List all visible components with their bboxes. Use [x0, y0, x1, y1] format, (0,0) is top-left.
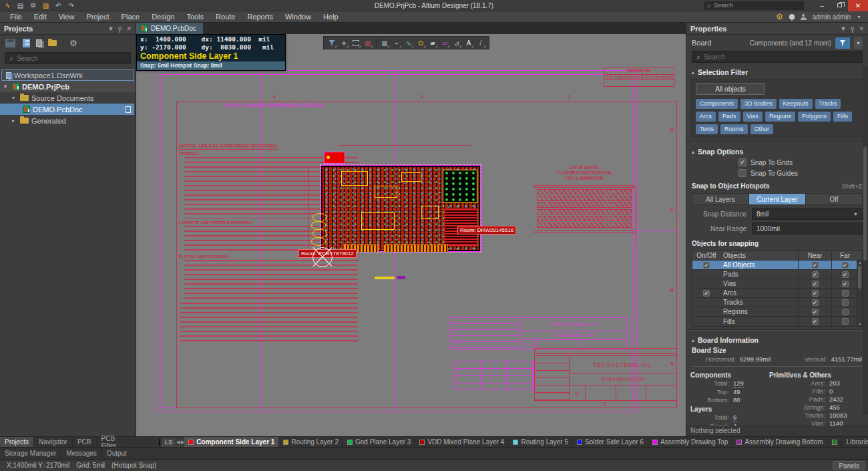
- open-document-icon[interactable]: [23, 39, 30, 47]
- panel-close-icon[interactable]: ✕: [859, 25, 864, 32]
- object-filter-button[interactable]: [835, 37, 850, 49]
- filter-icon[interactable]: [327, 37, 337, 48]
- snap-to-guides-checkbox[interactable]: [738, 169, 746, 177]
- panel-close-icon[interactable]: ✕: [126, 25, 132, 32]
- minimize-button[interactable]: –: [813, 0, 831, 11]
- chip-fills[interactable]: Fills: [833, 112, 852, 122]
- near-range-input[interactable]: [752, 222, 863, 234]
- menu-file[interactable]: File: [4, 13, 28, 21]
- bottom-tab-projects[interactable]: Projects: [0, 437, 34, 448]
- layer-tab-component-side[interactable]: Component Side Layer 1: [184, 437, 279, 448]
- notifications-bell-icon[interactable]: [789, 14, 795, 19]
- table-row-regions[interactable]: Regions ✔: [692, 307, 862, 317]
- bottom-tab-pcb-filter[interactable]: PCB Filter: [97, 437, 122, 448]
- section-board-information[interactable]: ▴Board Information: [686, 333, 868, 345]
- scroll-up-icon[interactable]: ▲: [857, 261, 863, 265]
- save-project-icon[interactable]: [5, 39, 15, 47]
- save-icon[interactable]: ▤: [16, 2, 25, 9]
- user-menu-caret[interactable]: ▼: [857, 15, 861, 19]
- layer-tab-gnd-plane-3[interactable]: Gnd Plane Layer 3: [343, 437, 415, 448]
- route-icon[interactable]: ⌁: [391, 37, 402, 48]
- table-row-tracks[interactable]: Tracks ✔: [692, 298, 862, 307]
- global-search[interactable]: ⌕ Search: [704, 1, 804, 10]
- chip-pads[interactable]: Pads: [718, 112, 740, 122]
- quick-launch-icon[interactable]: ϟ: [3, 2, 12, 9]
- table-row-pads[interactable]: Pads ✔ ✔: [692, 270, 862, 279]
- layer-set-button[interactable]: LS: [162, 438, 176, 447]
- bottom-tab-messages[interactable]: Messages: [61, 448, 102, 459]
- place-component-icon[interactable]: ▦: [379, 37, 390, 48]
- panels-button[interactable]: Panels: [833, 461, 865, 470]
- menu-route[interactable]: Route: [210, 13, 241, 21]
- tree-item-generated[interactable]: ▸ Generated: [0, 115, 136, 126]
- snap-distance-dropdown[interactable]: 8mil ▼: [752, 208, 863, 220]
- chip-other[interactable]: Other: [750, 124, 774, 134]
- table-row-all-objects[interactable]: ✔ All Objects ✔ ✔: [692, 261, 862, 270]
- close-button[interactable]: ✕: [848, 0, 868, 11]
- room-label-drw[interactable]: Room: DRW28145516: [457, 226, 516, 234]
- user-menu[interactable]: admin admin: [813, 13, 851, 21]
- expand-icon[interactable]: ▸: [12, 118, 17, 124]
- chip-3d-bodies[interactable]: 3D Bodies: [740, 99, 777, 109]
- menu-edit[interactable]: Edit: [28, 13, 53, 21]
- chip-regions[interactable]: Regions: [765, 112, 795, 122]
- menu-design[interactable]: Design: [146, 13, 180, 21]
- chip-tracks[interactable]: Tracks: [815, 99, 841, 109]
- layer-tab-vdd-plane-4[interactable]: VDD Mixed Plane Layer 4: [415, 437, 509, 448]
- snap-crosshair-icon[interactable]: +: [339, 37, 349, 48]
- region-icon[interactable]: ▱: [439, 37, 450, 48]
- chip-texts[interactable]: Texts: [696, 124, 718, 134]
- panel-menu-icon[interactable]: ▼: [841, 25, 847, 32]
- table-scrollbar[interactable]: ▲ ▼: [857, 261, 862, 326]
- all-objects-button[interactable]: All objects: [696, 83, 765, 95]
- collapse-icon[interactable]: ▾: [12, 95, 17, 101]
- document-tab-pcbdoc[interactable]: DEMO.PcbDoc: [136, 23, 203, 34]
- components-total-link[interactable]: 129: [733, 379, 744, 388]
- dimension-icon[interactable]: ⊿: [451, 37, 462, 48]
- filter-dropdown-button[interactable]: ▼: [854, 37, 863, 49]
- layer-tab-partial[interactable]: [828, 437, 842, 448]
- panel-menu-icon[interactable]: ▼: [108, 25, 114, 32]
- via-icon[interactable]: ⊙: [415, 37, 426, 48]
- layer-tab-routing-2[interactable]: Routing Layer 2: [279, 437, 343, 448]
- tree-item-pcbdoc[interactable]: DEMO.PcbDoc: [0, 104, 134, 115]
- bottom-tab-storage-manager[interactable]: Storage Manager: [0, 448, 61, 459]
- tree-item-project[interactable]: ▾ DEMO.PrjPcb: [0, 81, 136, 92]
- pin-icon[interactable]: [851, 27, 854, 30]
- menu-reports[interactable]: Reports: [241, 13, 279, 21]
- bottom-tab-output[interactable]: Output: [102, 448, 132, 459]
- compare-documents-icon[interactable]: [36, 39, 42, 47]
- menu-help[interactable]: Help: [317, 13, 345, 21]
- table-row-vias[interactable]: Vias ✔ ✔: [692, 279, 862, 289]
- menu-tools[interactable]: Tools: [180, 13, 210, 21]
- pin-icon[interactable]: [118, 27, 122, 30]
- properties-scrollbar[interactable]: [863, 67, 868, 415]
- chip-polygons[interactable]: Polygons: [798, 112, 831, 122]
- layer-tab-assembly-top[interactable]: Assembly Drawing Top: [648, 437, 733, 448]
- properties-search-input[interactable]: [704, 53, 858, 61]
- place-line-icon[interactable]: /: [475, 37, 486, 48]
- restore-button[interactable]: [831, 0, 848, 11]
- bottom-tab-navigator[interactable]: Navigator: [34, 437, 73, 448]
- projects-search-input[interactable]: [17, 55, 126, 62]
- layers-total-link[interactable]: 6: [733, 414, 736, 422]
- redo-icon[interactable]: ↷: [67, 2, 75, 9]
- chip-vias[interactable]: Vias: [743, 112, 763, 122]
- tree-item-workspace[interactable]: Workspace1.DsnWrk: [1, 69, 134, 81]
- scroll-left-icon[interactable]: ◀: [176, 438, 180, 447]
- paste-icon[interactable]: ▨: [41, 2, 50, 9]
- pcb-canvas[interactable]: 4 3 2 D C B A 1 NOTES: UNLESS OTHERWISE …: [136, 34, 686, 436]
- chip-rooms[interactable]: Rooms: [720, 124, 748, 134]
- table-row-arcs[interactable]: ✔ Arcs ✔: [692, 289, 862, 298]
- menu-place[interactable]: Place: [116, 13, 146, 21]
- board-insight-icon[interactable]: ▥: [363, 37, 373, 48]
- menu-view[interactable]: View: [53, 13, 81, 21]
- polygon-pour-icon[interactable]: ▰: [427, 37, 438, 48]
- bottom-tab-libraries[interactable]: Libraries: [842, 437, 868, 448]
- chip-arcs[interactable]: Arcs: [696, 112, 716, 122]
- collapse-icon[interactable]: ▾: [4, 84, 9, 90]
- seg-off[interactable]: Off: [806, 194, 862, 204]
- layer-tab-assembly-bottom[interactable]: Assembly Drawing Bottom: [732, 437, 827, 448]
- section-snap-options[interactable]: ▴Snap Options: [686, 145, 868, 157]
- chip-components[interactable]: Components: [696, 99, 738, 109]
